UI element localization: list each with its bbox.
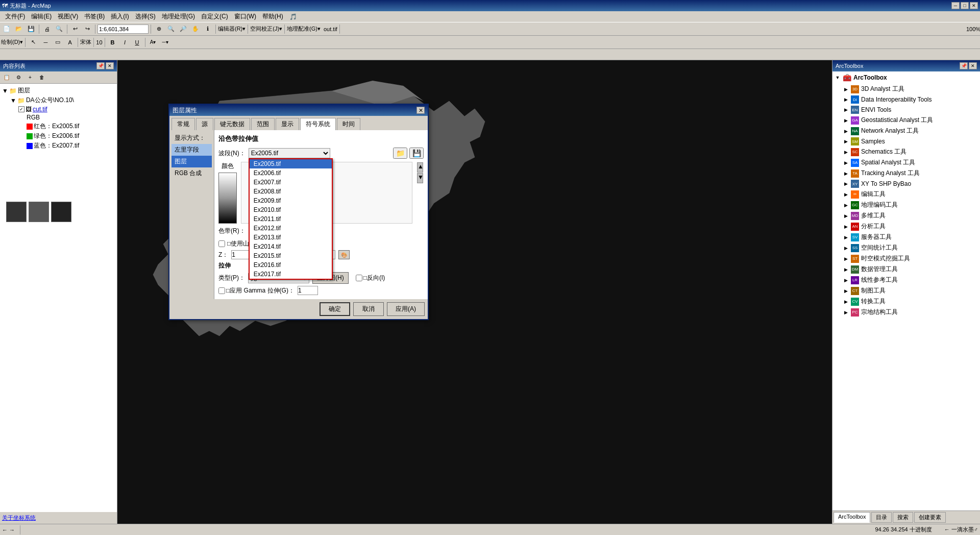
tool-cartography[interactable]: ▶ CT 制图工具 bbox=[832, 285, 980, 296]
scroll-up[interactable]: ▲ bbox=[417, 162, 423, 173]
band-option-2005[interactable]: Ex2005.tif bbox=[250, 159, 332, 168]
tool-linear[interactable]: ▶ LR 线性参考工具 bbox=[832, 275, 980, 285]
load-band-btn[interactable]: 📁 bbox=[393, 148, 407, 159]
apply-button[interactable]: 应用(A) bbox=[387, 302, 425, 316]
undo-button[interactable]: ↩ bbox=[69, 23, 81, 35]
band-option-2013[interactable]: Ex2013.tif bbox=[250, 233, 332, 242]
prop-left-right[interactable]: 左里字段 bbox=[172, 144, 212, 156]
identify-button[interactable]: ℹ bbox=[202, 23, 213, 35]
zoom-in[interactable]: 🔍 bbox=[165, 23, 177, 35]
menu-window[interactable]: 窗口(W) bbox=[231, 11, 259, 22]
band-option-2015[interactable]: Ex2015.tif bbox=[250, 251, 332, 260]
draw-line[interactable]: ─ bbox=[40, 37, 51, 48]
menu-view[interactable]: 视图(V) bbox=[55, 11, 81, 22]
dlg-tab-display[interactable]: 显示 bbox=[276, 118, 299, 130]
prop-layer[interactable]: 图层 bbox=[172, 156, 212, 167]
hillshade-checkbox[interactable] bbox=[218, 240, 225, 247]
dlg-tab-extent[interactable]: 范围 bbox=[251, 118, 275, 130]
toolbox-bottom-tab-catalog[interactable]: 目录 bbox=[871, 512, 892, 523]
layer-checkbox[interactable] bbox=[18, 106, 24, 112]
tool-xy[interactable]: ▶ XY XY To SHP ByBao bbox=[832, 179, 980, 189]
italic-btn[interactable]: I bbox=[119, 37, 131, 48]
band-dropdown-list[interactable]: Ex2005.tif Ex2006.tif Ex2007.tif Ex2008.… bbox=[249, 158, 333, 280]
toc-add-btn[interactable]: + bbox=[24, 72, 36, 83]
toc-list-btn[interactable]: 📋 bbox=[1, 72, 12, 83]
open-button[interactable]: 📂 bbox=[13, 23, 24, 35]
reverse-checkbox[interactable] bbox=[356, 275, 362, 281]
gamma-input[interactable] bbox=[298, 286, 318, 295]
bold-btn[interactable]: B bbox=[107, 37, 118, 48]
zoom-full[interactable]: ⊕ bbox=[153, 23, 164, 35]
band-option-2009[interactable]: Ex2009.tif bbox=[250, 196, 332, 205]
save-band-btn[interactable]: 💾 bbox=[409, 148, 424, 159]
band-option-2011[interactable]: Ex2011.tif bbox=[250, 214, 332, 224]
draw-pointer[interactable]: ↖ bbox=[28, 37, 39, 48]
zoom-100-btn[interactable]: 100% bbox=[968, 23, 979, 35]
tool-multidim[interactable]: ▶ MD 多维工具 bbox=[832, 210, 980, 221]
band-option-2010[interactable]: Ex2010.tif bbox=[250, 205, 332, 214]
toc-group-item[interactable]: ▼ 📁 DA公众号\NO.10\ bbox=[10, 95, 115, 105]
underline-btn[interactable]: U bbox=[132, 37, 143, 48]
tool-analysis[interactable]: ▶ AN 分析工具 bbox=[832, 221, 980, 232]
tool-datamgmt[interactable]: ▶ DM 数据管理工具 bbox=[832, 264, 980, 275]
dlg-tab-general[interactable]: 常规 bbox=[172, 118, 195, 130]
band-option-2008[interactable]: Ex2008.tif bbox=[250, 187, 332, 196]
menu-geoprocess[interactable]: 地理处理(G) bbox=[159, 11, 198, 22]
band-option-2014[interactable]: Ex2014.tif bbox=[250, 242, 332, 251]
tool-spatialstat[interactable]: ▶ SS 空间统计工具 bbox=[832, 242, 980, 253]
tool-envi[interactable]: ▶ EN ENVI Tools bbox=[832, 105, 980, 115]
toolbox-bottom-tab-search[interactable]: 搜索 bbox=[893, 512, 913, 523]
nodata-color-btn[interactable]: 🎨 bbox=[338, 250, 350, 259]
tool-samples[interactable]: ▶ SM Samples bbox=[832, 136, 980, 147]
print-button[interactable]: 🖨 bbox=[41, 23, 53, 35]
menu-insert[interactable]: 插入(I) bbox=[108, 11, 132, 22]
tool-geocode[interactable]: ▶ GC 地理编码工具 bbox=[832, 200, 980, 210]
toc-close-btn[interactable]: ✕ bbox=[106, 62, 114, 69]
band-option-2006[interactable]: Ex2006.tif bbox=[250, 168, 332, 178]
cancel-button[interactable]: 取消 bbox=[353, 302, 384, 316]
menu-file[interactable]: 文件(F) bbox=[2, 11, 28, 22]
toc-layer-item[interactable]: 🖼 cut.tif bbox=[18, 105, 115, 113]
new-button[interactable]: 📄 bbox=[1, 23, 12, 35]
toolbox-bottom-tab-create[interactable]: 创建要素 bbox=[914, 512, 946, 523]
prop-rgb[interactable]: RGB 合成 bbox=[172, 167, 212, 179]
dlg-tab-time[interactable]: 时间 bbox=[337, 118, 360, 130]
toolbox-pin-btn[interactable]: 📌 bbox=[960, 62, 968, 69]
toc-option-btn[interactable]: ⚙ bbox=[13, 72, 24, 83]
menu-bookmarks[interactable]: 书签(B) bbox=[81, 11, 108, 22]
band-option-2017[interactable]: Ex2017.tif bbox=[250, 270, 332, 279]
line-color-btn[interactable]: ─▾ bbox=[160, 37, 171, 48]
gamma-checkbox[interactable] bbox=[218, 287, 225, 294]
draw-text[interactable]: A bbox=[64, 37, 76, 48]
minimize-button[interactable]: ─ bbox=[951, 2, 960, 9]
tool-server[interactable]: ▶ SV 服务器工具 bbox=[832, 232, 980, 242]
tool-edit[interactable]: ▶ ✏ 编辑工具 bbox=[832, 189, 980, 200]
redo-button[interactable]: ↪ bbox=[82, 23, 93, 35]
dialog-close-button[interactable]: ✕ bbox=[416, 107, 425, 114]
toc-pin-btn[interactable]: 📌 bbox=[96, 62, 105, 69]
toolbox-close-btn[interactable]: ✕ bbox=[969, 62, 977, 69]
save-button[interactable]: 💾 bbox=[26, 23, 37, 35]
menu-help[interactable]: 帮助(H) bbox=[259, 11, 286, 22]
draw-rect[interactable]: ▭ bbox=[52, 37, 63, 48]
print-preview[interactable]: 🔍 bbox=[54, 23, 65, 35]
zoom-out[interactable]: 🔎 bbox=[178, 23, 189, 35]
dlg-tab-metadata[interactable]: 键元数据 bbox=[214, 118, 250, 130]
tool-geostat[interactable]: ▶ GA Geostatistical Analyst 工具 bbox=[832, 115, 980, 126]
band-select[interactable]: Ex2005.tif bbox=[249, 148, 330, 158]
band-option-2016[interactable]: Ex2016.tif bbox=[250, 260, 332, 270]
tool-schematics[interactable]: ▶ SC Schematics 工具 bbox=[832, 147, 980, 157]
tool-network[interactable]: ▶ NA Network Analyst 工具 bbox=[832, 126, 980, 136]
toc-root-item[interactable]: ▼ 📁 图层 bbox=[2, 86, 115, 95]
menu-select[interactable]: 选择(S) bbox=[132, 11, 159, 22]
menu-customize[interactable]: 自定义(C) bbox=[198, 11, 231, 22]
maximize-button[interactable]: □ bbox=[961, 2, 969, 9]
scroll-bar[interactable]: ▲ ▼ bbox=[416, 162, 424, 224]
scroll-down[interactable]: ▼ bbox=[417, 173, 423, 183]
band-option-2012[interactable]: Ex2012.tif bbox=[250, 224, 332, 233]
toolbox-root[interactable]: ▼ 🧰 ArcToolbox bbox=[832, 71, 980, 84]
dlg-tab-source[interactable]: 源 bbox=[196, 118, 213, 130]
close-button[interactable]: ✕ bbox=[970, 2, 978, 9]
toc-remove-btn[interactable]: 🗑 bbox=[36, 72, 47, 83]
scale-input[interactable] bbox=[97, 25, 149, 34]
